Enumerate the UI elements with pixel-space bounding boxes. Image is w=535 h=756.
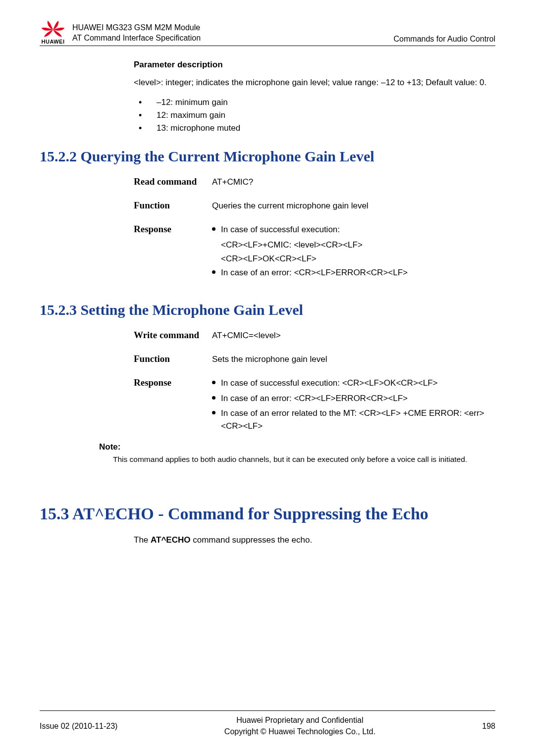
section-1523-body: Write command AT+CMIC=<level> Function S… [40,329,495,435]
footer-issue: Issue 02 (2010-11-23) [40,722,117,731]
page-footer: Issue 02 (2010-11-23) Huawei Proprietary… [40,710,495,737]
response-item: In case of an error: <CR><LF>ERROR<CR><L… [212,266,495,279]
header-line1: HUAWEI MG323 GSM M2M Module [72,22,394,33]
response-subline: <CR><LF>OK<CR><LF> [212,252,495,265]
bullet-item: 13: microphone muted [134,122,495,135]
parameter-description-block: Parameter description <level>: integer; … [40,60,495,135]
parameter-bullets: –12: minimum gain 12: maximum gain 13: m… [134,96,495,135]
definition-table: Read command AT+CMIC? Function Queries t… [134,176,495,282]
response-label: Response [134,377,203,435]
section-1522-body: Read command AT+CMIC? Function Queries t… [40,176,495,282]
section-153-title: 15.3 AT^ECHO - Command for Suppressing t… [40,504,495,523]
function-label: Function [134,353,203,366]
response-value: In case of successful execution: <CR><LF… [212,223,495,281]
response-item: In case of successful execution: [212,223,495,236]
definition-table: Write command AT+CMIC=<level> Function S… [134,329,495,435]
page-header: HUAWEI HUAWEI MG323 GSM M2M Module AT Co… [40,20,495,46]
huawei-flower-icon [40,20,66,40]
read-command-value: AT+CMIC? [212,176,495,189]
parameter-text: <level>: integer; indicates the micropho… [134,77,495,89]
bullet-item: –12: minimum gain [134,96,495,109]
echo-text-pre: The [134,535,151,545]
parameter-heading: Parameter description [134,60,495,70]
page: HUAWEI HUAWEI MG323 GSM M2M Module AT Co… [0,0,535,756]
function-label: Function [134,200,203,212]
response-label: Response [134,223,203,281]
header-line2: AT Command Interface Specification [72,33,394,44]
note-container: Note: This command applies to both audio… [40,442,495,465]
footer-copyright: Copyright © Huawei Technologies Co., Ltd… [117,726,482,737]
response-subline: <CR><LF>+CMIC: <level><CR><LF> [212,239,495,252]
brand-logo-block: HUAWEI [40,20,66,45]
header-chapter: Commands for Audio Control [394,35,495,45]
section-1522-title: 15.2.2 Querying the Current Microphone G… [40,148,495,165]
header-titles: HUAWEI MG323 GSM M2M Module AT Command I… [72,22,394,45]
echo-text-bold: AT^ECHO [151,535,190,545]
section-153-text: The AT^ECHO command suppresses the echo. [40,535,495,545]
function-value: Queries the current microphone gain leve… [212,200,495,212]
bullet-item: 12: maximum gain [134,109,495,122]
function-value: Sets the microphone gain level [212,353,495,366]
read-command-label: Read command [134,176,203,189]
write-command-label: Write command [134,329,203,342]
response-item: In case of an error: <CR><LF>ERROR<CR><L… [212,392,495,405]
footer-center: Huawei Proprietary and Confidential Copy… [117,715,482,737]
footer-page-number: 198 [482,722,495,731]
write-command-value: AT+CMIC=<level> [212,329,495,342]
echo-text-post: command suppresses the echo. [190,535,312,545]
note-text: This command applies to both audio chann… [99,454,495,465]
response-value: In case of successful execution: <CR><LF… [212,377,495,435]
brand-name: HUAWEI [42,39,65,45]
note-label: Note: [99,442,495,452]
footer-confidential: Huawei Proprietary and Confidential [117,715,482,726]
section-1523-title: 15.2.3 Setting the Microphone Gain Level [40,302,495,318]
response-item: In case of successful execution: <CR><LF… [212,377,495,390]
response-item: In case of an error related to the MT: <… [212,407,495,433]
